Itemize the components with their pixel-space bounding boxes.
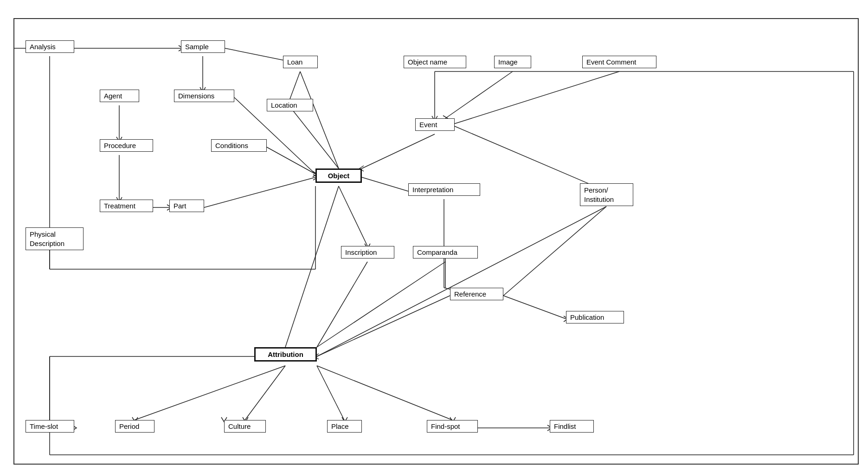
svg-line-13 bbox=[445, 71, 513, 118]
event-node: Event bbox=[415, 118, 455, 131]
interpretation-node: Interpretation bbox=[408, 183, 480, 196]
svg-line-21 bbox=[317, 296, 450, 356]
analysis-node: Analysis bbox=[26, 40, 74, 53]
svg-line-47 bbox=[317, 262, 445, 347]
svg-line-7 bbox=[204, 177, 315, 207]
period-node: Period bbox=[115, 420, 154, 433]
svg-line-31 bbox=[317, 366, 452, 420]
event-comment-node: Event Comment bbox=[582, 56, 656, 68]
sample-node: Sample bbox=[181, 40, 225, 53]
procedure-node: Procedure bbox=[100, 139, 153, 152]
inscription-node: Inscription bbox=[341, 246, 394, 259]
agent-node: Agent bbox=[100, 90, 139, 102]
find-spot-node: Find-spot bbox=[427, 420, 478, 433]
svg-line-22 bbox=[503, 296, 566, 319]
svg-line-16 bbox=[362, 177, 408, 191]
loan-node: Loan bbox=[283, 56, 318, 68]
diagram-container: Analysis Sample Agent Dimensions Procedu… bbox=[0, 0, 868, 472]
conditions-node: Conditions bbox=[211, 139, 267, 152]
time-slot-node: Time-slot bbox=[26, 420, 74, 433]
svg-rect-0 bbox=[14, 19, 858, 464]
part-node: Part bbox=[169, 200, 204, 212]
svg-line-11 bbox=[290, 107, 339, 168]
image-node: Image bbox=[494, 56, 531, 68]
svg-line-17 bbox=[339, 186, 367, 246]
reference-node: Reference bbox=[450, 288, 503, 300]
svg-line-43 bbox=[455, 126, 606, 191]
svg-line-18 bbox=[285, 186, 339, 347]
svg-line-29 bbox=[245, 366, 285, 420]
person-inst-node: Person/Institution bbox=[580, 183, 633, 206]
object-node: Object bbox=[315, 168, 362, 183]
svg-line-14 bbox=[452, 71, 619, 124]
svg-line-30 bbox=[317, 366, 344, 420]
object-name-node: Object name bbox=[404, 56, 466, 68]
comparanda-node: Comparanda bbox=[413, 246, 478, 259]
svg-line-15 bbox=[362, 134, 435, 168]
attribution-node: Attribution bbox=[254, 347, 317, 362]
svg-line-24 bbox=[503, 207, 606, 296]
svg-line-23 bbox=[317, 207, 606, 356]
svg-line-28 bbox=[135, 366, 285, 420]
culture-node: Culture bbox=[224, 420, 266, 433]
treatment-node: Treatment bbox=[100, 200, 153, 212]
svg-line-10 bbox=[300, 71, 339, 168]
findlist-node: Findlist bbox=[550, 420, 594, 433]
place-node: Place bbox=[327, 420, 362, 433]
dimensions-node: Dimensions bbox=[174, 90, 234, 102]
connections-svg bbox=[0, 0, 868, 472]
svg-line-42 bbox=[290, 71, 300, 99]
publication-node: Publication bbox=[566, 311, 624, 323]
location-node: Location bbox=[267, 99, 313, 111]
physical-desc-node: PhysicalDescription bbox=[26, 227, 84, 250]
